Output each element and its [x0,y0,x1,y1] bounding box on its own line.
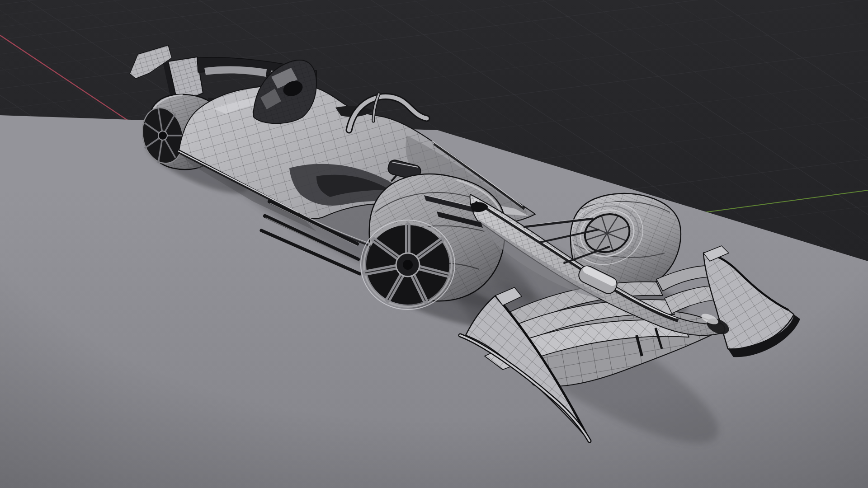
vignette-overlay [0,0,868,488]
viewport-3d[interactable] [0,0,868,488]
